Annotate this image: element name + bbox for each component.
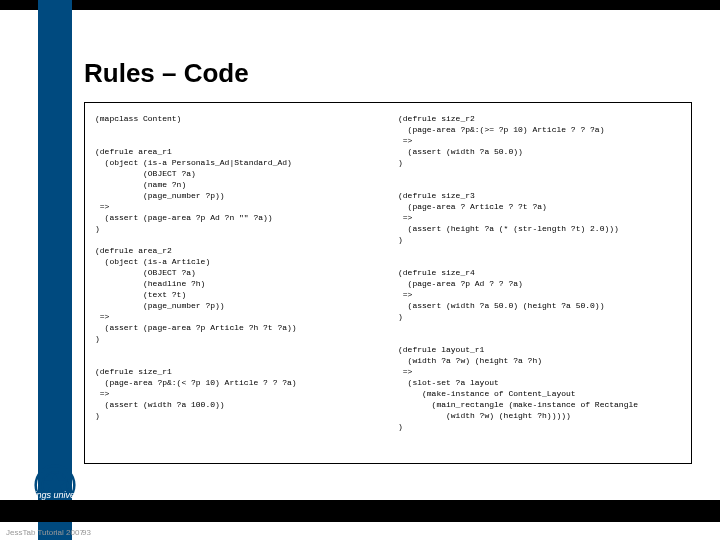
code-left: (mapclass Content) (defrule area_r1 (obj… [95, 113, 380, 421]
slide-page: Rules – Code (mapclass Content) (defrule… [0, 0, 720, 540]
top-bar [0, 0, 720, 10]
slide-credit: JessTab Tutorial 2007 [6, 528, 84, 537]
code-box: (mapclass Content) (defrule area_r1 (obj… [84, 102, 692, 464]
vertical-accent-strip [38, 0, 72, 540]
slide-number: 93 [82, 528, 91, 537]
code-right: (defrule size_r2 (page-area ?p&:(>= ?p 1… [398, 113, 683, 432]
code-column-left: (mapclass Content) (defrule area_r1 (obj… [85, 103, 388, 463]
footer-bar: Linköpings universitet [0, 500, 720, 522]
code-column-right: (defrule size_r2 (page-area ?p&:(>= ?p 1… [388, 103, 691, 463]
slide-title: Rules – Code [84, 58, 249, 89]
university-name: Linköpings universitet [8, 490, 95, 500]
